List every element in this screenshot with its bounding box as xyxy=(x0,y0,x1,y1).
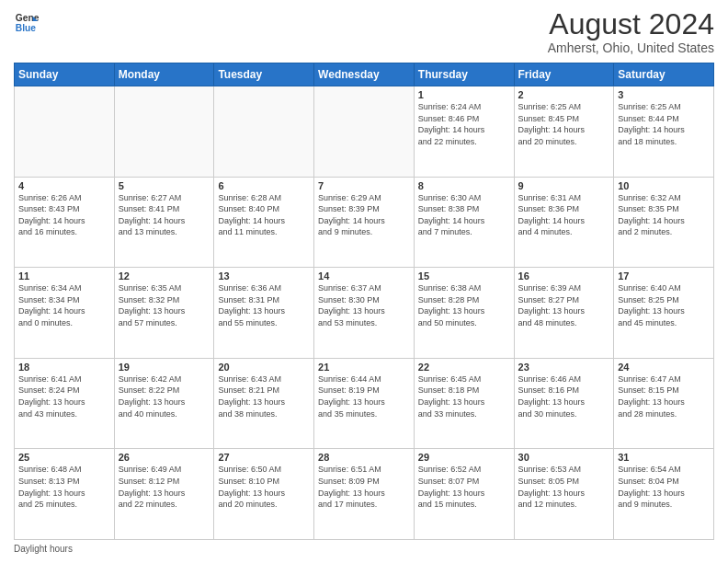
calendar-day: 26Sunrise: 6:49 AM Sunset: 8:12 PM Dayli… xyxy=(114,449,214,540)
day-number: 22 xyxy=(418,362,510,373)
day-number: 30 xyxy=(518,452,610,463)
logo-icon: General Blue xyxy=(14,9,40,35)
day-info: Sunrise: 6:37 AM Sunset: 8:30 PM Dayligh… xyxy=(318,282,410,328)
calendar-day: 6Sunrise: 6:28 AM Sunset: 8:40 PM Daylig… xyxy=(214,177,314,268)
day-info: Sunrise: 6:38 AM Sunset: 8:28 PM Dayligh… xyxy=(418,282,510,328)
footer-note: Daylight hours xyxy=(14,544,714,554)
calendar-table: Sunday Monday Tuesday Wednesday Thursday… xyxy=(14,63,714,540)
day-number: 11 xyxy=(18,270,110,282)
calendar-day: 15Sunrise: 6:38 AM Sunset: 8:28 PM Dayli… xyxy=(414,268,514,359)
calendar-day: 4Sunrise: 6:26 AM Sunset: 8:43 PM Daylig… xyxy=(15,177,115,268)
calendar-week-row: 25Sunrise: 6:48 AM Sunset: 8:13 PM Dayli… xyxy=(15,449,714,540)
calendar-week-row: 18Sunrise: 6:41 AM Sunset: 8:24 PM Dayli… xyxy=(15,358,714,449)
day-info: Sunrise: 6:50 AM Sunset: 8:10 PM Dayligh… xyxy=(218,464,310,510)
day-info: Sunrise: 6:29 AM Sunset: 8:39 PM Dayligh… xyxy=(318,192,410,238)
day-number: 25 xyxy=(18,452,110,463)
calendar-day: 16Sunrise: 6:39 AM Sunset: 8:27 PM Dayli… xyxy=(514,268,614,359)
calendar-week-row: 1Sunrise: 6:24 AM Sunset: 8:46 PM Daylig… xyxy=(15,86,714,178)
day-number: 26 xyxy=(119,452,210,463)
calendar-week-row: 11Sunrise: 6:34 AM Sunset: 8:34 PM Dayli… xyxy=(15,268,714,359)
logo: General Blue xyxy=(14,9,40,35)
calendar-day: 19Sunrise: 6:42 AM Sunset: 8:22 PM Dayli… xyxy=(114,358,214,449)
subtitle: Amherst, Ohio, United States xyxy=(548,40,714,55)
calendar-day xyxy=(114,86,214,178)
col-saturday: Saturday xyxy=(614,63,714,86)
col-wednesday: Wednesday xyxy=(314,63,415,86)
day-number: 24 xyxy=(618,362,710,373)
day-number: 4 xyxy=(18,180,110,191)
page: General Blue August 2024 Amherst, Ohio, … xyxy=(0,0,728,563)
day-number: 1 xyxy=(418,89,510,100)
col-thursday: Thursday xyxy=(414,63,514,86)
day-number: 3 xyxy=(618,89,710,100)
day-number: 12 xyxy=(119,270,210,282)
calendar-week-row: 4Sunrise: 6:26 AM Sunset: 8:43 PM Daylig… xyxy=(15,177,714,268)
calendar-day xyxy=(314,86,415,178)
calendar-day: 13Sunrise: 6:36 AM Sunset: 8:31 PM Dayli… xyxy=(214,268,314,359)
calendar-day: 12Sunrise: 6:35 AM Sunset: 8:32 PM Dayli… xyxy=(114,268,214,359)
day-number: 18 xyxy=(18,362,110,373)
calendar-day: 7Sunrise: 6:29 AM Sunset: 8:39 PM Daylig… xyxy=(314,177,415,268)
day-number: 15 xyxy=(418,270,510,282)
calendar-day: 3Sunrise: 6:25 AM Sunset: 8:44 PM Daylig… xyxy=(614,86,714,178)
day-number: 10 xyxy=(618,180,710,191)
day-number: 29 xyxy=(418,452,510,463)
day-number: 5 xyxy=(119,180,210,191)
day-info: Sunrise: 6:52 AM Sunset: 8:07 PM Dayligh… xyxy=(418,464,510,510)
col-tuesday: Tuesday xyxy=(214,63,314,86)
calendar-day: 10Sunrise: 6:32 AM Sunset: 8:35 PM Dayli… xyxy=(614,177,714,268)
day-info: Sunrise: 6:26 AM Sunset: 8:43 PM Dayligh… xyxy=(18,192,110,238)
day-info: Sunrise: 6:36 AM Sunset: 8:31 PM Dayligh… xyxy=(218,282,310,328)
header: General Blue August 2024 Amherst, Ohio, … xyxy=(14,9,714,55)
calendar-day xyxy=(214,86,314,178)
calendar-day: 31Sunrise: 6:54 AM Sunset: 8:04 PM Dayli… xyxy=(614,449,714,540)
title-block: August 2024 Amherst, Ohio, United States xyxy=(548,9,714,55)
svg-text:Blue: Blue xyxy=(16,23,37,33)
day-info: Sunrise: 6:41 AM Sunset: 8:24 PM Dayligh… xyxy=(18,373,110,419)
day-info: Sunrise: 6:46 AM Sunset: 8:16 PM Dayligh… xyxy=(518,373,610,419)
day-info: Sunrise: 6:31 AM Sunset: 8:36 PM Dayligh… xyxy=(518,192,610,238)
day-number: 20 xyxy=(218,362,310,373)
svg-text:General: General xyxy=(16,13,40,23)
day-number: 17 xyxy=(618,270,710,282)
calendar-day: 11Sunrise: 6:34 AM Sunset: 8:34 PM Dayli… xyxy=(15,268,115,359)
day-info: Sunrise: 6:48 AM Sunset: 8:13 PM Dayligh… xyxy=(18,464,110,510)
day-info: Sunrise: 6:42 AM Sunset: 8:22 PM Dayligh… xyxy=(119,373,210,419)
day-info: Sunrise: 6:40 AM Sunset: 8:25 PM Dayligh… xyxy=(618,282,710,328)
calendar-day: 17Sunrise: 6:40 AM Sunset: 8:25 PM Dayli… xyxy=(614,268,714,359)
calendar-day: 5Sunrise: 6:27 AM Sunset: 8:41 PM Daylig… xyxy=(114,177,214,268)
calendar-day: 2Sunrise: 6:25 AM Sunset: 8:45 PM Daylig… xyxy=(514,86,614,178)
calendar-header-row: Sunday Monday Tuesday Wednesday Thursday… xyxy=(15,63,714,86)
calendar-day: 27Sunrise: 6:50 AM Sunset: 8:10 PM Dayli… xyxy=(214,449,314,540)
main-title: August 2024 xyxy=(548,9,714,39)
day-info: Sunrise: 6:44 AM Sunset: 8:19 PM Dayligh… xyxy=(318,373,410,419)
calendar-day: 28Sunrise: 6:51 AM Sunset: 8:09 PM Dayli… xyxy=(314,449,415,540)
day-number: 16 xyxy=(518,270,610,282)
day-info: Sunrise: 6:32 AM Sunset: 8:35 PM Dayligh… xyxy=(618,192,710,238)
calendar-day: 18Sunrise: 6:41 AM Sunset: 8:24 PM Dayli… xyxy=(15,358,115,449)
calendar-day: 29Sunrise: 6:52 AM Sunset: 8:07 PM Dayli… xyxy=(414,449,514,540)
day-number: 28 xyxy=(318,452,410,463)
calendar-day: 9Sunrise: 6:31 AM Sunset: 8:36 PM Daylig… xyxy=(514,177,614,268)
day-number: 2 xyxy=(518,89,610,100)
calendar-day: 8Sunrise: 6:30 AM Sunset: 8:38 PM Daylig… xyxy=(414,177,514,268)
day-number: 9 xyxy=(518,180,610,191)
col-monday: Monday xyxy=(114,63,214,86)
calendar-day: 20Sunrise: 6:43 AM Sunset: 8:21 PM Dayli… xyxy=(214,358,314,449)
col-friday: Friday xyxy=(514,63,614,86)
calendar-day xyxy=(15,86,115,178)
day-info: Sunrise: 6:30 AM Sunset: 8:38 PM Dayligh… xyxy=(418,192,510,238)
day-number: 23 xyxy=(518,362,610,373)
calendar-day: 1Sunrise: 6:24 AM Sunset: 8:46 PM Daylig… xyxy=(414,86,514,178)
calendar-day: 30Sunrise: 6:53 AM Sunset: 8:05 PM Dayli… xyxy=(514,449,614,540)
day-number: 14 xyxy=(318,270,410,282)
day-info: Sunrise: 6:49 AM Sunset: 8:12 PM Dayligh… xyxy=(119,464,210,510)
calendar-day: 24Sunrise: 6:47 AM Sunset: 8:15 PM Dayli… xyxy=(614,358,714,449)
day-info: Sunrise: 6:27 AM Sunset: 8:41 PM Dayligh… xyxy=(119,192,210,238)
calendar-day: 23Sunrise: 6:46 AM Sunset: 8:16 PM Dayli… xyxy=(514,358,614,449)
calendar-day: 25Sunrise: 6:48 AM Sunset: 8:13 PM Dayli… xyxy=(15,449,115,540)
day-number: 27 xyxy=(218,452,310,463)
day-info: Sunrise: 6:24 AM Sunset: 8:46 PM Dayligh… xyxy=(418,101,510,147)
day-info: Sunrise: 6:54 AM Sunset: 8:04 PM Dayligh… xyxy=(618,464,710,510)
day-info: Sunrise: 6:51 AM Sunset: 8:09 PM Dayligh… xyxy=(318,464,410,510)
